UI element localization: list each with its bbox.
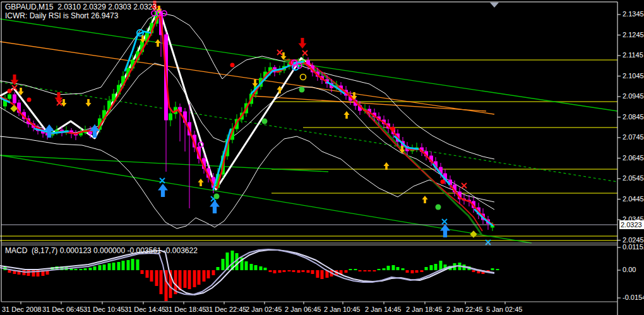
macd-histogram-bar bbox=[212, 270, 215, 275]
macd-histogram-bar bbox=[368, 270, 371, 271]
time-axis-label: 2 Jan 22:45 bbox=[446, 306, 483, 313]
price-axis-label: 2.0645 bbox=[623, 154, 644, 162]
time-axis-label: 31 Dec 14:45 bbox=[124, 306, 165, 313]
time-axis-label: 31 Dec 2008 bbox=[2, 306, 41, 313]
candle-body bbox=[169, 114, 172, 120]
price-axis-label: 2.0845 bbox=[623, 113, 644, 121]
macd-histogram-bar bbox=[496, 269, 499, 270]
macd-histogram-bar bbox=[146, 270, 149, 278]
macd-histogram-bar bbox=[112, 263, 116, 270]
macd-histogram-bar bbox=[273, 270, 277, 273]
macd-histogram-bar bbox=[349, 269, 352, 270]
macd-histogram-bar bbox=[302, 270, 305, 272]
macd-histogram-bar bbox=[472, 270, 475, 272]
time-axis-label: 31 Dec 18:45 bbox=[165, 306, 206, 313]
time-axis-label: 2 Jan 02:45 bbox=[246, 306, 282, 313]
macd-axis-label: -0.01549 bbox=[623, 294, 644, 301]
macd-histogram-bar bbox=[259, 266, 263, 270]
macd-histogram-bar bbox=[364, 270, 367, 271]
macd-histogram-bar bbox=[264, 268, 267, 270]
chart-window: GBPAUD,M15 2.0310 2.0329 2.0303 2.0323 I… bbox=[0, 0, 644, 315]
macd-histogram-bar bbox=[439, 261, 443, 270]
macd-histogram-bar bbox=[397, 267, 400, 270]
macd-histogram-bar bbox=[415, 270, 419, 273]
chart-canvas[interactable] bbox=[0, 0, 644, 315]
macd-histogram-bar bbox=[292, 270, 295, 272]
macd-histogram-bar bbox=[193, 270, 196, 287]
macd-histogram-bar bbox=[136, 259, 140, 270]
macd-indicator-label: MACD (8,17,7) 0.000123 0.000000 -0.00356… bbox=[5, 246, 198, 255]
icwr-indicator-status: ICWR: Daily RSI is Short 26.9473 bbox=[5, 11, 118, 20]
green-dot-marker-icon bbox=[214, 194, 220, 199]
macd-histogram-bar bbox=[217, 267, 220, 270]
green-dot-marker-icon bbox=[436, 205, 441, 210]
macd-histogram-bar bbox=[283, 270, 286, 272]
macd-histogram-bar bbox=[411, 270, 414, 273]
macd-histogram-bar bbox=[150, 270, 153, 282]
macd-histogram-bar bbox=[117, 262, 121, 270]
macd-histogram-bar bbox=[222, 259, 225, 270]
macd-histogram-bar bbox=[383, 268, 386, 270]
macd-histogram-bar bbox=[103, 264, 106, 270]
macd-histogram-bar bbox=[373, 270, 376, 271]
price-axis-label: 2.0445 bbox=[623, 195, 644, 203]
macd-histogram-bar bbox=[84, 268, 87, 270]
macd-histogram-bar bbox=[75, 269, 78, 270]
macd-histogram-bar bbox=[198, 270, 201, 285]
macd-histogram-bar bbox=[434, 264, 438, 270]
red-dot-marker-icon bbox=[391, 127, 395, 131]
macd-histogram-bar bbox=[430, 265, 433, 270]
macd-axis-label: 0.011517 bbox=[623, 243, 644, 251]
green-dot-marker-icon bbox=[299, 87, 305, 93]
symbol-ohlc-title: GBPAUD,M15 2.0310 2.0329 2.0303 2.0323 bbox=[5, 3, 157, 11]
red-dot-marker-icon bbox=[8, 89, 12, 93]
macd-histogram-bar bbox=[122, 261, 125, 270]
time-axis-label: 31 Dec 10:45 bbox=[83, 306, 124, 313]
time-axis-label: 5 Jan 02:45 bbox=[486, 306, 523, 313]
macd-histogram-bar bbox=[311, 270, 314, 274]
macd-histogram-bar bbox=[321, 270, 324, 279]
price-axis-label: 2.0945 bbox=[623, 92, 644, 100]
price-axis-label: 2.0745 bbox=[623, 133, 644, 141]
price-axis-label: 2.1345 bbox=[623, 10, 644, 18]
macd-histogram-bar bbox=[188, 270, 191, 289]
macd-histogram-bar bbox=[155, 270, 158, 286]
macd-histogram-bar bbox=[207, 270, 210, 278]
time-axis-label: 31 Dec 06:45 bbox=[42, 306, 83, 313]
red-dot-marker-icon bbox=[230, 63, 235, 68]
macd-histogram-bar bbox=[359, 270, 362, 271]
macd-histogram-bar bbox=[98, 265, 102, 270]
main-chart-pane[interactable] bbox=[1, 2, 617, 243]
macd-histogram-bar bbox=[184, 270, 187, 288]
macd-histogram-bar bbox=[127, 260, 130, 270]
macd-histogram-bar bbox=[345, 270, 348, 273]
macd-histogram-bar bbox=[108, 263, 111, 270]
macd-histogram-bar bbox=[378, 269, 381, 270]
macd-histogram-bar bbox=[425, 267, 428, 270]
macd-histogram-bar bbox=[288, 270, 291, 271]
macd-histogram-bar bbox=[27, 270, 30, 276]
macd-histogram-bar bbox=[80, 269, 83, 270]
macd-histogram-bar bbox=[420, 270, 424, 272]
time-axis-label: 2 Jan 18:45 bbox=[406, 306, 443, 313]
macd-histogram-bar bbox=[402, 268, 405, 270]
macd-histogram-bar bbox=[297, 270, 301, 273]
time-axis-label: 2 Jan 14:45 bbox=[365, 306, 402, 313]
macd-histogram-bar bbox=[269, 270, 272, 272]
macd-histogram-bar bbox=[307, 270, 310, 273]
macd-histogram-bar bbox=[141, 270, 144, 274]
macd-histogram-bar bbox=[278, 270, 282, 273]
macd-histogram-bar bbox=[491, 268, 494, 270]
macd-histogram-bar bbox=[392, 265, 395, 270]
macd-histogram-bar bbox=[93, 266, 97, 270]
macd-histogram-bar bbox=[131, 259, 134, 270]
price-axis-label: 2.1045 bbox=[623, 72, 644, 80]
time-axis-label: 31 Dec 22:45 bbox=[205, 306, 246, 313]
price-axis-label: 2.0545 bbox=[623, 174, 644, 182]
macd-histogram-bar bbox=[160, 270, 163, 294]
macd-histogram-bar bbox=[245, 261, 248, 270]
macd-histogram-bar bbox=[387, 266, 390, 270]
macd-histogram-bar bbox=[254, 265, 258, 270]
red-dot-marker-icon bbox=[441, 180, 445, 184]
macd-histogram-bar bbox=[250, 264, 253, 270]
